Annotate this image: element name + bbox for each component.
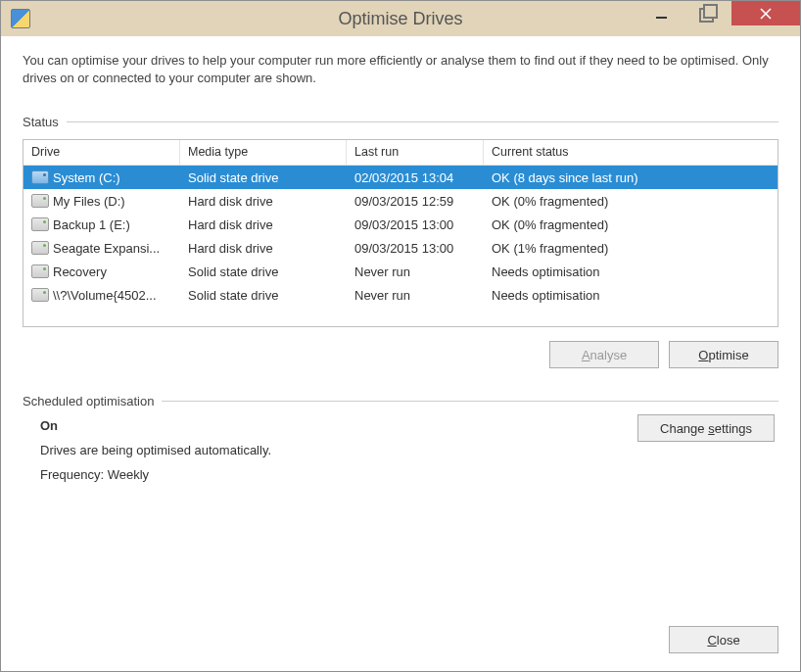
drive-name: System (C:) [53, 170, 120, 185]
drive-icon [31, 217, 49, 231]
drives-header: Drive Media type Last run Current status [24, 140, 777, 166]
scheduled-freq: Frequency: Weekly [40, 463, 618, 488]
col-header-drive[interactable]: Drive [24, 140, 180, 166]
drive-last-run: Never run [347, 264, 484, 279]
drive-status: Needs optimisation [484, 288, 748, 303]
drive-name: Recovery [53, 264, 107, 279]
title-bar: Optimise Drives [1, 1, 800, 36]
optimise-button[interactable]: Optimise [669, 341, 778, 368]
scheduled-desc: Drives are being optimised automatically… [40, 439, 618, 463]
drive-last-run: 02/03/2015 13:04 [347, 170, 484, 185]
drive-media: Hard disk drive [180, 194, 347, 209]
drive-icon [31, 264, 49, 278]
minimize-button[interactable] [637, 1, 684, 25]
scheduled-label-text: Scheduled optimisation [23, 394, 154, 408]
scheduled-info: On Drives are being optimised automatica… [40, 414, 618, 487]
drive-name: \\?\Volume{4502... [53, 288, 157, 303]
close-button[interactable]: Close [669, 626, 778, 653]
table-row[interactable]: System (C:)Solid state drive02/03/2015 1… [24, 166, 777, 189]
status-section-label: Status [23, 115, 778, 129]
drive-media: Solid state drive [180, 288, 347, 303]
scheduled-section-label: Scheduled optimisation [23, 394, 778, 408]
drive-media: Hard disk drive [180, 241, 347, 256]
maximize-button[interactable] [684, 1, 731, 25]
col-header-media[interactable]: Media type [180, 140, 347, 166]
drive-last-run: 09/03/2015 13:00 [347, 241, 484, 256]
drive-last-run: 09/03/2015 12:59 [347, 194, 484, 209]
drive-name: Seagate Expansi... [53, 241, 160, 256]
table-row[interactable]: My Files (D:)Hard disk drive09/03/2015 1… [24, 189, 777, 213]
drive-media: Solid state drive [180, 170, 347, 185]
scheduled-state: On [40, 414, 618, 439]
divider [162, 401, 778, 402]
drive-status: OK (8 days since last run) [484, 170, 748, 185]
drive-status: OK (0% fragmented) [484, 217, 748, 232]
table-row[interactable]: \\?\Volume{4502...Solid state driveNever… [24, 283, 777, 307]
table-row[interactable]: Seagate Expansi...Hard disk drive09/03/2… [24, 236, 777, 260]
drive-last-run: 09/03/2015 13:00 [347, 217, 484, 232]
close-window-button[interactable] [731, 1, 800, 25]
drives-list[interactable]: Drive Media type Last run Current status… [23, 139, 778, 327]
window-buttons [637, 1, 800, 28]
drive-status: OK (1% fragmented) [484, 241, 748, 256]
drive-media: Hard disk drive [180, 217, 347, 232]
col-header-last[interactable]: Last run [347, 140, 484, 166]
analyse-button[interactable]: Analyse [549, 341, 659, 368]
drive-icon [31, 194, 49, 208]
drive-last-run: Never run [347, 288, 484, 303]
status-label-text: Status [23, 115, 59, 129]
intro-text: You can optimise your drives to help you… [23, 52, 778, 87]
close-icon [759, 7, 773, 21]
drive-media: Solid state drive [180, 264, 347, 279]
drive-icon [31, 241, 49, 255]
drive-status: Needs optimisation [484, 264, 748, 279]
drive-status: OK (0% fragmented) [484, 194, 748, 209]
col-header-status[interactable]: Current status [484, 140, 777, 166]
table-row[interactable]: Backup 1 (E:)Hard disk drive09/03/2015 1… [24, 213, 777, 236]
drive-name: My Files (D:) [53, 194, 125, 209]
divider [67, 121, 778, 122]
drive-icon [31, 288, 49, 302]
table-row[interactable]: RecoverySolid state driveNever runNeeds … [24, 260, 777, 283]
drive-icon [31, 170, 49, 184]
app-icon [11, 9, 30, 28]
drive-name: Backup 1 (E:) [53, 217, 130, 232]
change-settings-button[interactable]: Change settings [637, 414, 775, 442]
